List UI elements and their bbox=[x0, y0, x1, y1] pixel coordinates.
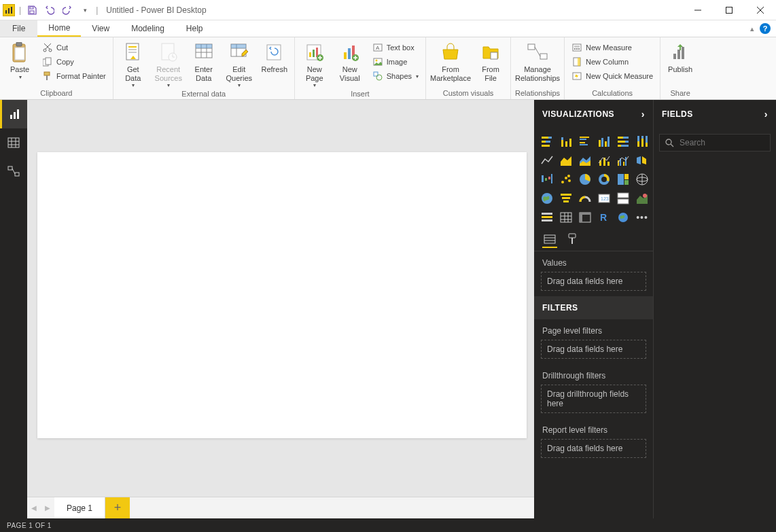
from-file-button[interactable]: From File bbox=[474, 39, 508, 82]
manage-relationships-button[interactable]: Manage Relationships bbox=[514, 39, 561, 82]
redo-button[interactable] bbox=[60, 3, 74, 17]
viz-line[interactable] bbox=[540, 153, 554, 168]
qat-dropdown[interactable]: ▾ bbox=[78, 3, 92, 17]
viz-fields-tab[interactable] bbox=[542, 232, 557, 248]
new-visual-button[interactable]: New Visual bbox=[333, 39, 367, 82]
cut-button[interactable]: Cut bbox=[38, 41, 110, 54]
viz-format-tab[interactable] bbox=[565, 232, 580, 248]
viz-r-script[interactable]: R bbox=[597, 210, 612, 225]
add-page-button[interactable]: + bbox=[105, 497, 130, 518]
viz-100-stacked-bar[interactable] bbox=[616, 134, 631, 149]
viz-matrix[interactable] bbox=[578, 210, 593, 225]
viz-stacked-bar[interactable] bbox=[540, 134, 554, 149]
viz-area[interactable] bbox=[559, 153, 574, 168]
svg-rect-143 bbox=[618, 193, 629, 198]
quick-measure-icon bbox=[571, 71, 582, 82]
next-page-button[interactable]: ▶ bbox=[41, 497, 54, 518]
format-painter-button[interactable]: Format Painter bbox=[38, 69, 110, 83]
help-icon[interactable]: ? bbox=[760, 23, 771, 34]
svg-rect-131 bbox=[618, 174, 624, 185]
viz-100-stacked-column[interactable] bbox=[635, 134, 650, 149]
get-data-button[interactable]: Get Data▾ bbox=[116, 39, 150, 88]
tab-modeling[interactable]: Modeling bbox=[120, 20, 175, 37]
viz-waterfall[interactable] bbox=[540, 172, 554, 187]
edit-queries-button[interactable]: Edit Queries▾ bbox=[222, 39, 256, 88]
tab-file[interactable]: File bbox=[0, 20, 37, 37]
viz-donut[interactable] bbox=[597, 172, 612, 187]
svg-point-130 bbox=[601, 177, 607, 182]
viz-funnel[interactable] bbox=[559, 191, 574, 206]
visualizations-pane: VISUALIZATIONS › bbox=[534, 100, 654, 518]
viz-ribbon[interactable] bbox=[635, 153, 650, 168]
tab-help[interactable]: Help bbox=[175, 20, 214, 37]
data-view-button[interactable] bbox=[0, 128, 27, 157]
viz-line-clustered-column[interactable] bbox=[616, 153, 631, 168]
cut-label: Cut bbox=[56, 43, 68, 52]
fields-title: FIELDS bbox=[662, 109, 693, 119]
viz-clustered-bar[interactable] bbox=[578, 134, 593, 149]
report-filters-drop-well[interactable]: Drag data fields here bbox=[541, 439, 646, 458]
viz-gauge[interactable] bbox=[578, 191, 593, 206]
prev-page-button[interactable]: ◀ bbox=[27, 497, 41, 518]
viz-stacked-area[interactable] bbox=[578, 153, 593, 168]
viz-line-stacked-column[interactable] bbox=[597, 153, 612, 168]
undo-button[interactable] bbox=[43, 3, 56, 17]
values-drop-well[interactable]: Drag data fields here bbox=[541, 272, 646, 291]
maximize-button[interactable] bbox=[713, 0, 745, 20]
viz-clustered-column[interactable] bbox=[597, 134, 612, 149]
tab-home[interactable]: Home bbox=[37, 20, 81, 37]
shapes-button[interactable]: Shapes▾ bbox=[368, 69, 423, 83]
viz-table[interactable] bbox=[559, 210, 574, 225]
canvas-area[interactable]: ◀ ▶ Page 1 + bbox=[27, 100, 534, 518]
viz-slicer[interactable] bbox=[540, 210, 554, 225]
edit-queries-label: Edit Queries bbox=[226, 65, 252, 82]
viz-kpi[interactable] bbox=[635, 191, 650, 206]
new-page-button[interactable]: New Page▾ bbox=[298, 39, 332, 88]
fields-header[interactable]: FIELDS › bbox=[654, 100, 776, 128]
new-measure-button[interactable]: New Measure bbox=[567, 41, 657, 54]
viz-card[interactable]: 123 bbox=[597, 191, 612, 206]
fields-search[interactable] bbox=[659, 134, 771, 152]
viz-treemap[interactable] bbox=[616, 172, 631, 187]
viz-multi-row-card[interactable] bbox=[616, 191, 631, 206]
visualizations-header[interactable]: VISUALIZATIONS › bbox=[534, 100, 653, 128]
paste-label: Paste bbox=[10, 65, 29, 74]
viz-arcgis[interactable] bbox=[616, 210, 631, 225]
tab-view[interactable]: View bbox=[81, 20, 120, 37]
text-box-button[interactable]: AText box bbox=[368, 41, 423, 54]
chart-icon bbox=[9, 108, 21, 120]
viz-more[interactable]: ••• bbox=[635, 210, 650, 225]
paste-button[interactable]: Paste ▾ bbox=[3, 39, 37, 80]
ribbon-group-clipboard: Paste ▾ Cut Copy Format Painter Clipboar… bbox=[0, 37, 113, 99]
viz-pie[interactable] bbox=[578, 172, 593, 187]
model-view-button[interactable] bbox=[0, 157, 27, 185]
filters-header: FILTERS bbox=[534, 296, 653, 319]
page-filters-drop-well[interactable]: Drag data fields here bbox=[541, 340, 646, 359]
image-button[interactable]: Image bbox=[368, 55, 423, 69]
svg-point-57 bbox=[376, 75, 382, 80]
copy-button[interactable]: Copy bbox=[38, 55, 110, 69]
page-indicator: PAGE 1 OF 1 bbox=[7, 522, 52, 529]
report-page-canvas[interactable] bbox=[37, 152, 527, 438]
refresh-button[interactable]: Refresh bbox=[258, 39, 292, 74]
viz-filled-map[interactable] bbox=[540, 191, 554, 206]
viz-stacked-column[interactable] bbox=[559, 134, 574, 149]
viz-scatter[interactable] bbox=[559, 172, 574, 187]
svg-rect-19 bbox=[46, 75, 48, 80]
close-button[interactable] bbox=[745, 0, 776, 20]
new-column-button[interactable]: New Column bbox=[567, 55, 657, 69]
enter-data-button[interactable]: Enter Data bbox=[187, 39, 221, 82]
report-view-button[interactable] bbox=[0, 100, 27, 128]
from-marketplace-button[interactable]: From Marketplace bbox=[429, 39, 472, 82]
viz-map[interactable] bbox=[635, 172, 650, 187]
drillthrough-drop-well[interactable]: Drag drillthrough fields here bbox=[541, 385, 646, 413]
svg-point-124 bbox=[561, 181, 564, 183]
page-tab-1[interactable]: Page 1 bbox=[54, 497, 105, 518]
collapse-ribbon-icon[interactable]: ▴ bbox=[750, 24, 754, 33]
save-button[interactable] bbox=[25, 3, 39, 17]
minimize-button[interactable] bbox=[682, 0, 713, 20]
publish-button[interactable]: Publish bbox=[663, 39, 697, 74]
new-quick-measure-button[interactable]: New Quick Measure bbox=[567, 69, 657, 83]
svg-rect-58 bbox=[491, 52, 497, 59]
fields-search-input[interactable] bbox=[680, 138, 776, 147]
